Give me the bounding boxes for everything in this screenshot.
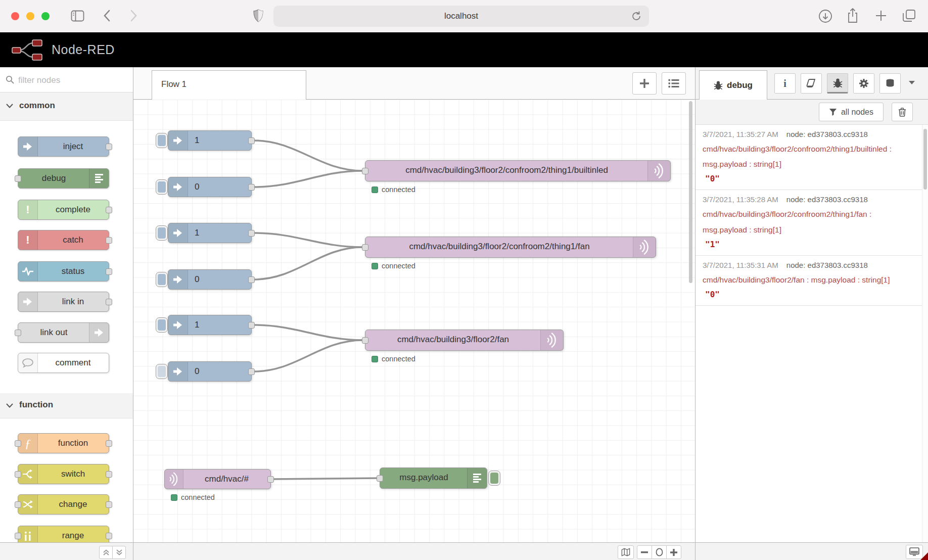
palette-node-status[interactable]: status — [18, 261, 109, 282]
inject-node-3a[interactable]: 1 — [168, 315, 252, 335]
message-value[interactable]: "1" — [703, 240, 907, 249]
output-port[interactable] — [106, 207, 112, 213]
wire[interactable] — [254, 171, 363, 187]
palette-node-comment[interactable]: comment — [18, 353, 109, 373]
mqtt-out-node-thing1-fan[interactable]: cmd/hvac/building3/floor2/confroom2/thin… — [365, 237, 656, 258]
info-tab-button[interactable]: i — [774, 73, 796, 94]
inject-button[interactable] — [156, 317, 168, 333]
output-port[interactable] — [248, 368, 255, 375]
inject-node-1a[interactable]: 1 — [168, 130, 252, 151]
palette-search[interactable] — [0, 67, 133, 92]
wire[interactable] — [254, 340, 363, 371]
palette-collapse-all-button[interactable] — [99, 546, 113, 559]
input-port[interactable] — [15, 533, 21, 539]
flow-list-button[interactable] — [662, 72, 686, 95]
navigator-button[interactable] — [618, 545, 634, 559]
config-tab-button[interactable] — [853, 73, 874, 94]
output-port[interactable] — [248, 322, 255, 329]
address-bar[interactable]: localhost — [273, 6, 649, 27]
palette-search-input[interactable] — [17, 72, 125, 88]
tab-debug[interactable]: debug — [699, 70, 767, 100]
share-icon[interactable] — [847, 8, 859, 23]
palette-divider[interactable] — [133, 67, 133, 560]
flow-canvas[interactable]: 1 0 1 0 1 0 cmd/hvac/building3/floo — [133, 100, 695, 542]
tab-flow1[interactable]: Flow 1 — [152, 70, 306, 100]
palette-node-switch[interactable]: switch — [18, 464, 109, 484]
output-port[interactable] — [248, 137, 255, 144]
palette-node-change[interactable]: change — [18, 494, 109, 515]
message-value[interactable]: "0" — [703, 174, 907, 183]
output-port[interactable] — [106, 501, 112, 508]
inject-node-2b[interactable]: 0 — [168, 269, 252, 290]
inject-button[interactable] — [156, 272, 168, 287]
wire[interactable] — [254, 247, 363, 279]
mqtt-in-node[interactable]: cmd/hvac/# — [164, 469, 271, 489]
palette-category-function[interactable]: function — [0, 393, 133, 418]
debug-message[interactable]: 3/7/2021, 11:35:31 AMnode: ed373803.cc93… — [695, 256, 922, 306]
back-icon[interactable] — [104, 10, 110, 22]
wire[interactable] — [271, 478, 380, 479]
mqtt-out-node-builtinled[interactable]: cmd/hvac/building3/floor2/confroom2/thin… — [365, 160, 671, 181]
message-value[interactable]: "0" — [703, 290, 907, 299]
downloads-icon[interactable] — [818, 9, 832, 23]
output-port[interactable] — [106, 471, 112, 478]
output-port[interactable] — [248, 184, 255, 191]
output-port[interactable] — [248, 276, 255, 283]
privacy-shield-icon[interactable] — [253, 9, 264, 23]
input-port[interactable] — [15, 471, 21, 478]
inject-node-1b[interactable]: 0 — [168, 177, 252, 197]
traffic-light-zoom[interactable] — [41, 12, 50, 20]
debug-toggle-button[interactable] — [488, 471, 500, 486]
forward-icon[interactable] — [130, 10, 137, 22]
debug-message[interactable]: 3/7/2021, 11:35:27 AMnode: ed373803.cc93… — [695, 125, 922, 190]
output-port[interactable] — [106, 144, 112, 150]
palette-node-inject[interactable]: inject — [18, 136, 109, 157]
input-port[interactable] — [362, 244, 368, 251]
wire[interactable] — [254, 325, 363, 340]
inject-node-2a[interactable]: 1 — [168, 223, 252, 243]
resize-corner[interactable] — [920, 552, 928, 560]
filter-all-nodes-button[interactable]: all nodes — [819, 103, 884, 121]
output-port[interactable] — [267, 476, 274, 483]
inject-button[interactable] — [156, 225, 168, 241]
palette-expand-all-button[interactable] — [112, 546, 126, 559]
sidebar-divider[interactable] — [695, 67, 695, 560]
inject-button[interactable] — [156, 364, 168, 379]
sidebar-caret-icon[interactable] — [908, 80, 915, 85]
input-port[interactable] — [15, 330, 21, 336]
context-tab-button[interactable] — [879, 73, 901, 94]
inject-node-3b[interactable]: 0 — [168, 361, 252, 382]
input-port[interactable] — [15, 175, 21, 182]
output-port[interactable] — [106, 268, 112, 275]
input-port[interactable] — [362, 337, 368, 344]
palette-node-complete[interactable]: ! complete — [18, 200, 109, 220]
palette-node-link-out[interactable]: link out — [18, 322, 109, 343]
debug-message[interactable]: 3/7/2021, 11:35:28 AMnode: ed373803.cc93… — [695, 190, 922, 255]
palette-node-debug[interactable]: debug — [18, 168, 109, 189]
zoom-reset-button[interactable] — [652, 545, 667, 559]
zoom-out-button[interactable] — [637, 545, 652, 559]
output-port[interactable] — [106, 533, 112, 539]
traffic-light-close[interactable] — [11, 12, 19, 20]
add-flow-button[interactable] — [632, 72, 657, 95]
debug-scrollbar[interactable] — [923, 129, 927, 190]
output-port[interactable] — [106, 299, 112, 305]
help-tab-button[interactable] — [801, 73, 822, 94]
output-port[interactable] — [106, 440, 112, 447]
palette-category-common[interactable]: common — [0, 92, 133, 121]
input-port[interactable] — [377, 475, 383, 482]
clear-messages-button[interactable] — [892, 103, 913, 121]
mqtt-out-node-floor2-fan[interactable]: cmd/hvac/building3/floor2/fan — [365, 330, 564, 351]
output-port[interactable] — [106, 237, 112, 244]
tab-overview-icon[interactable] — [902, 9, 916, 23]
debug-node-msg-payload[interactable]: msg.payload — [380, 468, 487, 489]
input-port[interactable] — [362, 168, 368, 174]
input-port[interactable] — [15, 501, 21, 508]
inject-button[interactable] — [156, 133, 168, 148]
reload-icon[interactable] — [631, 11, 642, 22]
palette-node-catch[interactable]: ! catch — [18, 230, 109, 250]
palette-node-range[interactable]: range — [18, 526, 109, 542]
wire[interactable] — [254, 141, 363, 171]
traffic-light-minimize[interactable] — [26, 12, 34, 20]
canvas-scrollbar[interactable] — [689, 101, 692, 283]
